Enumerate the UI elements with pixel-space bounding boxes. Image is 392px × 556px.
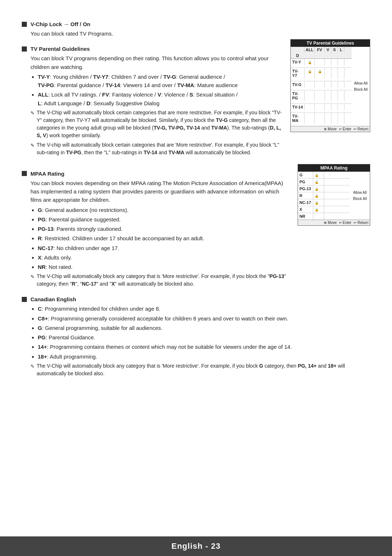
tv-row-tvma-all	[305, 113, 315, 124]
mpaa-bullet	[22, 171, 27, 176]
canadian-bullet-g: G: General programming, suitable for all…	[38, 324, 370, 332]
tv-row-tvpg-label: TV-PG	[291, 90, 305, 101]
tv-row-tvg-v	[325, 81, 331, 88]
mpaa-row-g-lock[interactable]	[313, 172, 324, 178]
canadian-bullet-c8: C8+: Programming generally considered ac…	[38, 314, 370, 323]
mpaa-header: MPAA Rating	[22, 171, 290, 177]
th-v: V	[325, 47, 331, 53]
mpaa-row-pg: PG	[298, 179, 350, 185]
mpaa-row-nr: NR	[298, 213, 350, 220]
tv-row-tvma-s	[331, 113, 338, 124]
th-d: D	[291, 53, 305, 58]
tv-parental-content: TV Parental Guidelines You can block TV …	[22, 39, 283, 158]
mpaa-allow-all[interactable]: Allow All	[351, 190, 369, 195]
tv-row-tv14-l	[338, 104, 344, 110]
canadian-note: ✎ The V-Chip will automatically block an…	[30, 362, 370, 377]
mpaa-note-icon: ✎	[30, 273, 34, 281]
mpaa-row-x-lock[interactable]	[313, 206, 324, 213]
mpaa-row-g-label: G	[298, 172, 313, 178]
tv-parental-body: You can block TV programs depending on t…	[30, 54, 283, 71]
tv-row-tvpg-s	[331, 90, 338, 101]
bottom-label: English - 23	[171, 541, 220, 551]
canadian-bullet-14: 14+: Programming contains themes or cont…	[38, 343, 370, 351]
tv-row-tvy7-d	[291, 79, 305, 81]
tv-row-tv14-fv	[315, 104, 325, 110]
vchip-body: You can block rated TV Programs.	[30, 29, 370, 38]
note-icon-2: ✎	[30, 142, 34, 149]
tv-row-tvy-v	[325, 59, 331, 65]
tv-parental-bullets: TV-Y: Young children / TV-Y7: Children 7…	[38, 73, 283, 107]
canadian-bullet-pg: PG: Parental Guidance.	[38, 333, 370, 342]
mpaa-row-nc17: NC-17	[298, 199, 350, 206]
tv-row-tvy-fv	[315, 59, 325, 65]
tv-row-tvy7-fv[interactable]	[315, 68, 325, 79]
tv-row-tvy-d	[291, 65, 305, 68]
tv-parental-bullet-2: ALL: Lock all TV ratings. / FV: Fantasy …	[38, 90, 283, 107]
tv-parental-note2: ✎ The V-chip will automatically block ce…	[30, 141, 283, 156]
tv-row-tvg-fv	[315, 81, 325, 88]
tv-table-header: ALL FV V S L D	[291, 47, 352, 59]
tv-table-footer: ⊕ Move ↵ Enter ↩ Return	[291, 126, 370, 132]
tv-block-all[interactable]: Block All	[352, 87, 369, 92]
mpaa-footer-move: ⊕ Move	[324, 221, 336, 225]
tv-footer-enter: ↵ Enter	[339, 127, 352, 131]
mpaa-row-x: X	[298, 206, 350, 213]
mpaa-block-all[interactable]: Block All	[351, 196, 369, 201]
tv-row-tvma-fv	[315, 113, 325, 124]
canadian-note-icon: ✎	[30, 363, 34, 370]
vchip-header: V-Chip Lock → Off / On	[22, 21, 370, 27]
bottom-bar: English - 23	[0, 536, 392, 556]
mpaa-row-nc17-label: NC-17	[298, 199, 313, 206]
mpaa-row-pg-label: PG	[298, 179, 313, 185]
tv-table-title: TV Parental Guidelines	[291, 40, 370, 47]
mpaa-bullet-x: X: Adults only.	[38, 253, 290, 262]
tv-row-tvy7-v	[325, 68, 331, 79]
mpaa-row-nr-label: NR	[298, 213, 313, 220]
mpaa-table: MPAA Rating G PG PG-13 R	[298, 164, 370, 226]
mpaa-table-footer: ⊕ Move ↵ Enter ↩ Return	[298, 220, 370, 225]
tv-table-side: Allow All Block All	[352, 47, 370, 126]
tv-row-tv14-all	[305, 104, 315, 110]
tv-row-tvma-label: TV-MA	[291, 113, 305, 124]
mpaa-table-inner: G PG PG-13 R NC-17	[298, 172, 370, 220]
mpaa-row-pg-lock[interactable]	[313, 179, 324, 185]
tv-row-tvy-all[interactable]	[305, 59, 315, 65]
tv-parental-bullet	[22, 46, 27, 52]
mpaa-bullet-pg13: PG-13: Parents strongly cautioned.	[38, 225, 290, 233]
mpaa-bullet-nc17: NC-17: No children under age 17.	[38, 244, 290, 252]
tv-row-tvy7-all[interactable]	[305, 68, 315, 79]
mpaa-row-pg13-lock[interactable]	[313, 185, 324, 192]
mpaa-section: MPAA Rating You can block movies dependi…	[22, 164, 370, 290]
mpaa-row-nr-lock	[313, 213, 324, 220]
canadian-bullets: C: Programming intended for children und…	[38, 304, 370, 361]
tv-row-tv14-d	[291, 110, 305, 113]
tv-allow-all[interactable]: Allow All	[352, 81, 369, 86]
mpaa-row-r-lock[interactable]	[313, 192, 324, 199]
tv-row-tvma: TV-MA	[291, 113, 352, 126]
th-s: S	[331, 47, 338, 53]
tv-row-tvpg-fv	[315, 90, 325, 101]
mpaa-content: MPAA Rating You can block movies dependi…	[22, 164, 290, 290]
mpaa-bullet-pg: PG: Parental guidance suggested.	[38, 215, 290, 224]
canadian-bullet-18: 18+: Adult programming.	[38, 352, 370, 361]
mpaa-body: You can block movies depending on their …	[30, 179, 290, 204]
tv-row-tvy-s	[331, 59, 338, 65]
tv-row-tvpg-d	[291, 101, 305, 103]
canadian-bullet-c: C: Programming intended for children und…	[38, 304, 370, 313]
mpaa-footer-return: ↩ Return	[354, 221, 368, 225]
tv-row-tvma-d	[291, 124, 305, 126]
tv-row-tvma-v	[325, 113, 331, 124]
tv-row-tvg: TV-G	[291, 81, 352, 90]
tv-row-tvg-s	[331, 81, 338, 88]
canadian-section: Canadian English C: Programming intended…	[22, 296, 370, 377]
tv-row-tv14-v	[325, 104, 331, 110]
mpaa-row-pg13-label: PG-13	[298, 185, 313, 192]
tv-row-tv14-s	[331, 104, 338, 110]
tv-table-main: ALL FV V S L D TV-Y TV-Y7	[291, 47, 352, 126]
tv-parental-note1: ✎ The V-Chip will automatically block ce…	[30, 109, 283, 139]
mpaa-bullet-g: G: General audience (no restrictions).	[38, 206, 290, 214]
tv-parental-table: TV Parental Guidelines ALL FV V S L D TV…	[290, 39, 370, 132]
mpaa-row-g: G	[298, 172, 350, 179]
tv-row-tvy7: TV-Y7	[291, 68, 352, 81]
mpaa-row-nc17-lock[interactable]	[313, 199, 324, 206]
